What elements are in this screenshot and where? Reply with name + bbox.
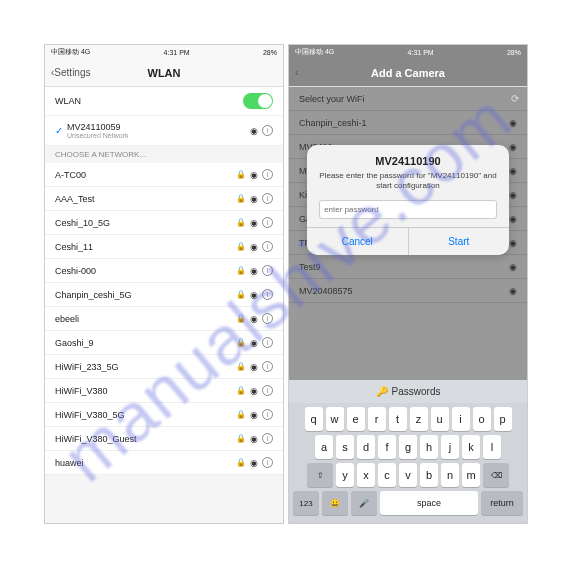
info-icon[interactable]: i [262, 433, 273, 444]
info-icon[interactable]: i [262, 289, 273, 300]
network-row[interactable]: HiWiFi_V380🔒◉i [45, 379, 283, 403]
choose-network-header: CHOOSE A NETWORK... [45, 146, 283, 163]
network-row[interactable]: A-TC00🔒◉i [45, 163, 283, 187]
network-row[interactable]: Gaoshi_9🔒◉i [45, 331, 283, 355]
key-123[interactable]: 123 [293, 491, 319, 515]
key-q[interactable]: q [305, 407, 323, 431]
network-ssid: HiWiFi_V380 [55, 386, 236, 396]
info-icon[interactable]: i [262, 241, 273, 252]
network-ssid: huawei [55, 458, 236, 468]
refresh-icon[interactable]: ⟳ [511, 93, 519, 104]
info-icon[interactable]: i [262, 457, 273, 468]
lock-icon: 🔒 [236, 458, 246, 467]
key-v[interactable]: v [399, 463, 417, 487]
network-row[interactable]: Ceshi-000🔒◉i [45, 259, 283, 283]
info-icon[interactable]: i [262, 265, 273, 276]
key-y[interactable]: y [336, 463, 354, 487]
key-shift[interactable]: ⇧ [307, 463, 333, 487]
status-bar: 中国移动 4G 4:31 PM 28% [45, 45, 283, 59]
network-row[interactable]: AAA_Test🔒◉i [45, 187, 283, 211]
key-p[interactable]: p [494, 407, 512, 431]
key-i[interactable]: i [452, 407, 470, 431]
info-icon[interactable]: i [262, 313, 273, 324]
network-row[interactable]: Chanpin_ceshi_5G🔒◉i [45, 283, 283, 307]
network-row[interactable]: HiWiFi_233_5G🔒◉i [45, 355, 283, 379]
key-c[interactable]: c [378, 463, 396, 487]
start-button[interactable]: Start [409, 228, 510, 255]
check-icon: ✓ [55, 125, 67, 136]
info-icon[interactable]: i [262, 385, 273, 396]
wifi-icon: ◉ [509, 214, 517, 224]
cancel-button[interactable]: Cancel [307, 228, 409, 255]
key-b[interactable]: b [420, 463, 438, 487]
key-o[interactable]: o [473, 407, 491, 431]
key-n[interactable]: n [441, 463, 459, 487]
key-h[interactable]: h [420, 435, 438, 459]
network-row[interactable]: HiWiFi_V380_Guest🔒◉i [45, 427, 283, 451]
lock-icon: 🔒 [236, 362, 246, 371]
back-button[interactable]: ‹ Settings [51, 67, 90, 78]
key-g[interactable]: g [399, 435, 417, 459]
info-icon[interactable]: i [262, 193, 273, 204]
key-delete[interactable]: ⌫ [483, 463, 509, 487]
key-m[interactable]: m [462, 463, 480, 487]
wlan-toggle-row[interactable]: WLAN [45, 87, 283, 116]
passwords-label: Passwords [392, 386, 441, 397]
key-u[interactable]: u [431, 407, 449, 431]
key-a[interactable]: a [315, 435, 333, 459]
key-l[interactable]: l [483, 435, 501, 459]
key-t[interactable]: t [389, 407, 407, 431]
passwords-bar[interactable]: 🔑 Passwords [289, 380, 527, 403]
connected-network-row[interactable]: ✓ MV24110059 Unsecured Network ◉ i [45, 116, 283, 146]
time-label: 4:31 PM [164, 49, 190, 56]
wifi-row[interactable]: MV20408575◉ [289, 279, 527, 303]
network-ssid: HiWiFi_233_5G [55, 362, 236, 372]
network-ssid: HiWiFi_V380_Guest [55, 434, 236, 444]
key-space[interactable]: space [380, 491, 478, 515]
key-emoji[interactable]: 😀 [322, 491, 348, 515]
connected-note: Unsecured Network [67, 132, 250, 139]
nav-bar: ‹ Settings WLAN [45, 59, 283, 87]
lock-icon: 🔒 [236, 314, 246, 323]
key-s[interactable]: s [336, 435, 354, 459]
key-w[interactable]: w [326, 407, 344, 431]
wifi-icon: ◉ [250, 194, 258, 204]
key-r[interactable]: r [368, 407, 386, 431]
lock-icon: 🔒 [236, 194, 246, 203]
back-button[interactable]: ‹ [295, 67, 298, 78]
key-mic[interactable]: 🎤 [351, 491, 377, 515]
lock-icon: 🔒 [236, 386, 246, 395]
key-k[interactable]: k [462, 435, 480, 459]
network-row[interactable]: ebeeli🔒◉i [45, 307, 283, 331]
key-d[interactable]: d [357, 435, 375, 459]
info-icon[interactable]: i [262, 125, 273, 136]
info-icon[interactable]: i [262, 409, 273, 420]
wifi-row[interactable]: Chanpin_ceshi-1◉ [289, 111, 527, 135]
key-f[interactable]: f [378, 435, 396, 459]
info-icon[interactable]: i [262, 361, 273, 372]
key-x[interactable]: x [357, 463, 375, 487]
network-row[interactable]: HiWiFi_V380_5G🔒◉i [45, 403, 283, 427]
key-return[interactable]: return [481, 491, 523, 515]
network-row[interactable]: Ceshi_10_5G🔒◉i [45, 211, 283, 235]
lock-icon: 🔒 [236, 170, 246, 179]
wifi-ssid: Test9 [299, 262, 509, 272]
key-j[interactable]: j [441, 435, 459, 459]
wifi-icon: ◉ [250, 386, 258, 396]
wifi-icon: ◉ [250, 290, 258, 300]
battery-label: 28% [507, 49, 521, 56]
info-icon[interactable]: i [262, 337, 273, 348]
key-z[interactable]: z [410, 407, 428, 431]
wlan-toggle[interactable] [243, 93, 273, 109]
info-icon[interactable]: i [262, 217, 273, 228]
network-row[interactable]: huawei🔒◉i [45, 451, 283, 475]
key-e[interactable]: e [347, 407, 365, 431]
info-icon[interactable]: i [262, 169, 273, 180]
password-input[interactable] [319, 200, 497, 219]
wifi-icon: ◉ [250, 362, 258, 372]
wifi-icon: ◉ [250, 458, 258, 468]
network-ssid: A-TC00 [55, 170, 236, 180]
network-row[interactable]: Ceshi_11🔒◉i [45, 235, 283, 259]
wifi-icon: ◉ [250, 242, 258, 252]
wifi-row[interactable]: Test9◉ [289, 255, 527, 279]
